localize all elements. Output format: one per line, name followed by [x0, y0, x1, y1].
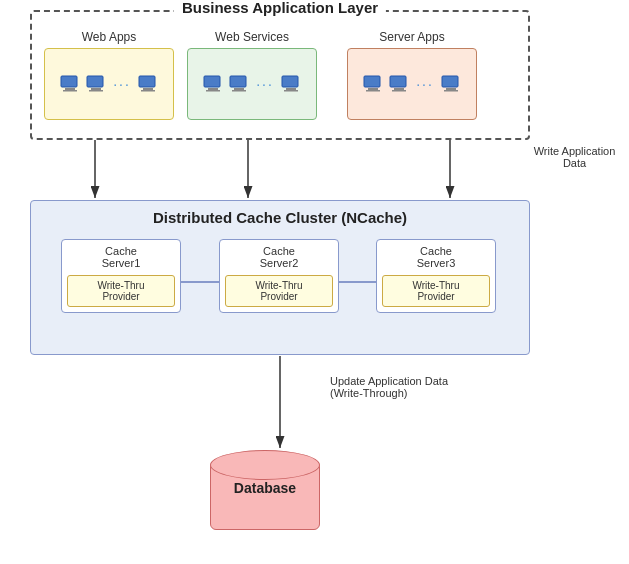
svg-rect-26 — [444, 90, 458, 92]
svg-rect-18 — [364, 76, 380, 87]
web-services-group: Web Services ··· — [187, 30, 317, 120]
svg-rect-16 — [286, 88, 296, 90]
computer-icon — [362, 74, 384, 94]
computer-icon — [228, 74, 250, 94]
server-apps-label: Server Apps — [379, 30, 444, 44]
computer-icon — [388, 74, 410, 94]
write-thru-provider-3: Write-ThruProvider — [382, 275, 490, 307]
write-thru-provider-2: Write-ThruProvider — [225, 275, 333, 307]
svg-rect-9 — [204, 76, 220, 87]
database-cylinder: Database — [210, 450, 320, 530]
cache-server-3-label: CacheServer3 — [417, 245, 456, 269]
web-apps-label: Web Apps — [82, 30, 136, 44]
svg-rect-22 — [394, 88, 404, 90]
server-apps-box: ··· — [347, 48, 477, 120]
dots-separator: ··· — [256, 76, 274, 92]
cache-connector-2 — [339, 281, 376, 283]
dots-separator: ··· — [113, 76, 131, 92]
db-top — [210, 450, 320, 480]
server-apps-group: Server Apps ··· — [347, 30, 477, 120]
svg-rect-10 — [208, 88, 218, 90]
web-services-computers: ··· — [202, 74, 302, 94]
computer-icon — [202, 74, 224, 94]
computer-icon — [137, 74, 159, 94]
svg-rect-11 — [206, 90, 220, 92]
computer-icon — [440, 74, 462, 94]
architecture-diagram: Business Application Layer Web Apps — [0, 0, 629, 564]
svg-rect-25 — [446, 88, 456, 90]
biz-layer-title: Business Application Layer — [174, 0, 386, 16]
cache-server-1: CacheServer1 Write-ThruProvider — [61, 239, 181, 313]
svg-rect-14 — [232, 90, 246, 92]
write-app-data-label: Write ApplicationData — [532, 145, 617, 169]
cache-cluster-box: Distributed Cache Cluster (NCache) Cache… — [30, 200, 530, 355]
database-label: Database — [210, 480, 320, 496]
web-services-label: Web Services — [215, 30, 289, 44]
svg-rect-2 — [63, 90, 77, 92]
update-app-data-label: Update Application Data(Write-Through) — [330, 375, 490, 399]
cache-server-3: CacheServer3 Write-ThruProvider — [376, 239, 496, 313]
cache-server-2: CacheServer2 Write-ThruProvider — [219, 239, 339, 313]
web-apps-box: ··· — [44, 48, 174, 120]
svg-rect-4 — [91, 88, 101, 90]
svg-rect-13 — [234, 88, 244, 90]
svg-rect-0 — [61, 76, 77, 87]
web-services-box: ··· — [187, 48, 317, 120]
web-apps-group: Web Apps ··· — [44, 30, 174, 120]
svg-rect-8 — [141, 90, 155, 92]
svg-rect-15 — [282, 76, 298, 87]
svg-rect-3 — [87, 76, 103, 87]
database-group: Database — [210, 450, 320, 530]
computer-icon — [85, 74, 107, 94]
svg-rect-5 — [89, 90, 103, 92]
server-apps-computers: ··· — [362, 74, 462, 94]
cache-cluster-title: Distributed Cache Cluster (NCache) — [153, 209, 407, 226]
dots-separator: ··· — [416, 76, 434, 92]
svg-rect-23 — [392, 90, 406, 92]
svg-rect-12 — [230, 76, 246, 87]
svg-rect-17 — [284, 90, 298, 92]
computer-icon — [280, 74, 302, 94]
computer-icon — [59, 74, 81, 94]
biz-layer-box: Business Application Layer Web Apps — [30, 10, 530, 140]
svg-rect-21 — [390, 76, 406, 87]
svg-rect-1 — [65, 88, 75, 90]
web-apps-computers: ··· — [59, 74, 159, 94]
svg-rect-19 — [368, 88, 378, 90]
cache-server-1-label: CacheServer1 — [102, 245, 141, 269]
svg-rect-20 — [366, 90, 380, 92]
svg-rect-24 — [442, 76, 458, 87]
svg-rect-6 — [139, 76, 155, 87]
cache-connector-1 — [181, 281, 219, 283]
write-thru-provider-1: Write-ThruProvider — [67, 275, 175, 307]
svg-rect-7 — [143, 88, 153, 90]
cache-server-2-label: CacheServer2 — [260, 245, 299, 269]
